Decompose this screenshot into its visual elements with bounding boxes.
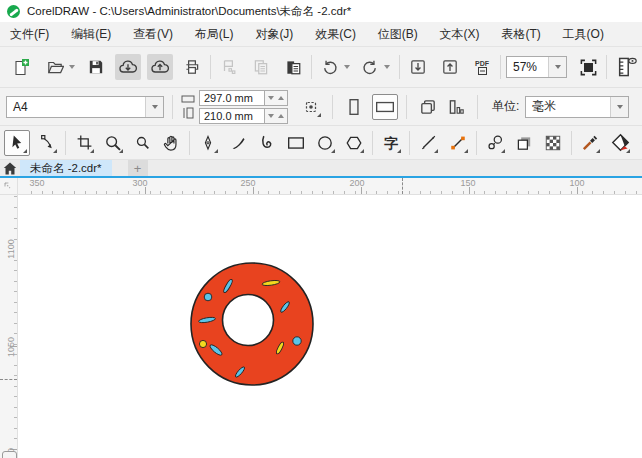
h-ruler-label: 300 xyxy=(132,178,147,188)
pan-tool[interactable] xyxy=(158,130,184,156)
page-height-icon xyxy=(181,107,195,119)
paste-button[interactable] xyxy=(280,54,306,80)
connector-tool[interactable] xyxy=(445,130,471,156)
portrait-orientation-button[interactable] xyxy=(341,94,367,120)
all-pages-button[interactable] xyxy=(415,94,441,120)
units-label: 单位: xyxy=(492,98,519,115)
home-icon xyxy=(3,162,17,175)
open-button[interactable] xyxy=(42,54,68,80)
copy-button[interactable] xyxy=(248,54,274,80)
import-button[interactable] xyxy=(405,54,431,80)
show-rulers-button[interactable] xyxy=(612,54,642,80)
h-ruler-label: 200 xyxy=(349,178,364,188)
page-height-field[interactable]: 210.0 mm xyxy=(199,108,265,124)
page-height-spinner[interactable] xyxy=(265,108,288,124)
document-tab-bar: 未命名 -2.cdr* + xyxy=(0,160,642,178)
blend-tool[interactable] xyxy=(482,130,508,156)
interactive-fill-tool[interactable] xyxy=(607,130,633,156)
full-screen-preview-button[interactable] xyxy=(575,54,601,80)
pick-tool[interactable] xyxy=(4,130,30,156)
menu-object[interactable]: 对象(J) xyxy=(255,26,293,43)
vertical-ruler[interactable]: 110010501000 xyxy=(0,195,18,458)
save-button[interactable] xyxy=(83,54,109,80)
zoom-level-value: 57% xyxy=(507,60,548,74)
undo-button[interactable] xyxy=(317,54,343,80)
landscape-orientation-button[interactable] xyxy=(372,94,398,120)
coreldraw-logo-icon xyxy=(7,5,20,18)
line-tool[interactable] xyxy=(415,130,441,156)
sprinkle-dot[interactable] xyxy=(293,337,301,345)
zoom-alt-tool[interactable] xyxy=(129,130,155,156)
eyedropper-tool[interactable] xyxy=(577,130,603,156)
donut-hole[interactable] xyxy=(223,295,274,346)
page-size-combo[interactable]: A4 xyxy=(6,96,164,118)
menu-edit[interactable]: 编辑(E) xyxy=(71,26,111,43)
drop-shadow-tool[interactable] xyxy=(511,130,537,156)
cloud-download-button[interactable] xyxy=(115,54,141,80)
paintbrush-tool[interactable] xyxy=(225,130,251,156)
cloud-upload-button[interactable] xyxy=(147,54,173,80)
units-dropdown[interactable] xyxy=(610,97,628,117)
standard-toolbar: PDF 57% xyxy=(0,47,642,88)
units-combo[interactable]: 毫米 xyxy=(525,96,629,118)
b-spline-tool[interactable] xyxy=(254,130,280,156)
title-bar: CorelDRAW - C:\Users\Administrator\Docum… xyxy=(0,0,642,22)
page-size-dropdown[interactable] xyxy=(145,97,163,117)
export-button[interactable] xyxy=(437,54,463,80)
v-ruler-label: 1100 xyxy=(6,239,16,258)
vertical-ruler-ticks xyxy=(10,195,17,458)
text-tool[interactable]: 字 xyxy=(378,130,404,156)
sprinkle-dot[interactable] xyxy=(204,293,212,301)
zoom-level-combo[interactable]: 57% xyxy=(506,56,567,78)
zoom-tool[interactable] xyxy=(100,130,126,156)
new-tab-button[interactable]: + xyxy=(128,160,148,176)
h-ruler-label: 250 xyxy=(240,178,255,188)
pen-tool[interactable] xyxy=(195,130,221,156)
cut-button[interactable] xyxy=(216,54,242,80)
donut-drawing[interactable] xyxy=(18,195,641,458)
new-document-button[interactable] xyxy=(8,54,34,80)
menu-layout[interactable]: 布局(L) xyxy=(195,26,234,43)
document-tab-active[interactable]: 未命名 -2.cdr* xyxy=(20,160,112,176)
open-dropdown-caret[interactable] xyxy=(69,65,75,69)
sprinkle-dot[interactable] xyxy=(199,340,206,347)
menu-tools[interactable]: 工具(O) xyxy=(563,26,604,43)
zoom-level-dropdown[interactable] xyxy=(548,57,566,77)
menu-file[interactable]: 文件(F) xyxy=(10,26,49,43)
menu-text[interactable]: 文本(X) xyxy=(440,26,480,43)
page-width-field[interactable]: 297.0 mm xyxy=(199,90,265,106)
h-ruler-label: 100 xyxy=(569,178,584,188)
undo-dropdown-caret[interactable] xyxy=(344,65,350,69)
horizontal-ruler-ticks xyxy=(18,187,642,194)
page-width-spinner[interactable] xyxy=(265,90,288,106)
polygon-tool[interactable] xyxy=(341,130,367,156)
units-value: 毫米 xyxy=(526,98,610,115)
page-size-value: A4 xyxy=(7,100,145,114)
transparency-tool[interactable] xyxy=(540,130,566,156)
v-ruler-label: 1050 xyxy=(6,337,16,357)
page-width-icon xyxy=(181,94,195,104)
redo-dropdown-caret[interactable] xyxy=(384,65,390,69)
welcome-home-button[interactable] xyxy=(0,160,20,176)
coreldraw-window: CorelDRAW - C:\Users\Administrator\Docum… xyxy=(0,0,642,458)
ruler-origin-icon xyxy=(3,181,14,192)
rectangle-tool[interactable] xyxy=(283,130,309,156)
ruler-origin-button[interactable] xyxy=(0,178,18,195)
menu-effects[interactable]: 效果(C) xyxy=(315,26,356,43)
page-canvas[interactable] xyxy=(18,195,642,458)
crop-tool[interactable] xyxy=(71,130,97,156)
text-tool-glyph: 字 xyxy=(384,136,398,150)
current-page-button[interactable] xyxy=(443,94,469,120)
menu-view[interactable]: 查看(V) xyxy=(133,26,173,43)
print-button[interactable] xyxy=(179,54,205,80)
menu-table[interactable]: 表格(T) xyxy=(501,26,540,43)
smart-fill-tool[interactable] xyxy=(637,130,642,156)
ellipse-tool[interactable] xyxy=(312,130,338,156)
horizontal-ruler[interactable]: 350300250200150100 xyxy=(0,178,642,195)
menu-bitmaps[interactable]: 位图(B) xyxy=(378,26,418,43)
autofit-page-button[interactable] xyxy=(298,94,324,120)
menu-bar: 文件(F) 编辑(E) 查看(V) 布局(L) 对象(J) 效果(C) 位图(B… xyxy=(0,22,642,47)
redo-button[interactable] xyxy=(357,54,383,80)
publish-pdf-button[interactable]: PDF xyxy=(469,54,495,80)
shape-tool[interactable] xyxy=(34,130,60,156)
